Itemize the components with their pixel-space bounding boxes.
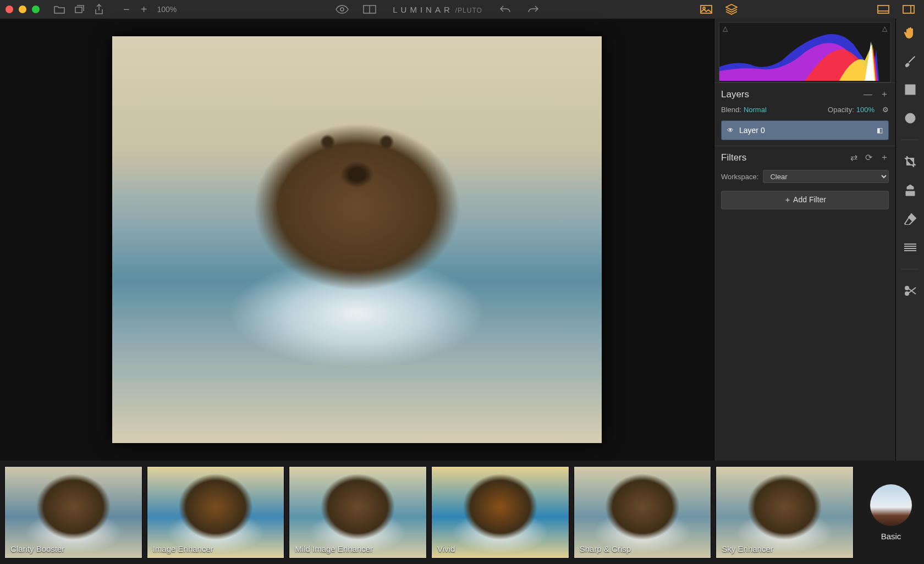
hand-tool[interactable] <box>902 24 919 41</box>
presets-toggle-icon[interactable] <box>700 3 713 16</box>
layer-mask-icon[interactable]: ◧ <box>877 126 883 134</box>
panel-bottom-icon[interactable] <box>877 3 890 16</box>
tool-strip <box>895 19 924 461</box>
preset-sharp-crisp[interactable]: Sharp & Crisp <box>574 466 712 559</box>
svg-rect-9 <box>905 85 915 95</box>
svg-point-12 <box>905 292 909 295</box>
layer-visibility-icon[interactable]: 👁 <box>727 126 734 134</box>
erase-tool[interactable] <box>902 211 919 227</box>
remove-layer-button[interactable]: — <box>864 90 872 99</box>
scissors-tool[interactable] <box>902 283 919 299</box>
filters-panel: Filters ⇄ ⟳ ＋ Workspace: Clear ＋ Add Fil… <box>714 146 895 215</box>
filters-title: Filters <box>721 152 746 163</box>
add-layer-button[interactable]: ＋ <box>880 89 889 100</box>
share-icon[interactable] <box>92 3 106 16</box>
layer-item[interactable]: 👁 Layer 0 ◧ <box>721 120 889 140</box>
preset-category-label: Basic <box>881 532 901 541</box>
preset-image-enhancer[interactable]: Image Enhancer <box>147 466 285 559</box>
add-filter-button[interactable]: ＋ Add Filter <box>721 191 889 209</box>
preset-vivid[interactable]: Vivid <box>431 466 569 559</box>
filters-reset-icon[interactable]: ⟳ <box>865 152 872 163</box>
radial-tool[interactable] <box>902 110 919 126</box>
titlebar: − + 100% LUMINAR/PLUTO <box>0 0 924 19</box>
layers-title: Layers <box>721 89 749 100</box>
denoise-tool[interactable] <box>902 239 919 256</box>
svg-rect-7 <box>903 5 914 13</box>
zoom-controls: − + 100% <box>120 3 179 16</box>
preset-clarity-booster[interactable]: Clarity Booster <box>4 466 142 559</box>
image-canvas[interactable] <box>112 36 602 443</box>
window-close-button[interactable] <box>6 5 13 13</box>
preset-label: Mild Image Enhancer <box>295 544 373 554</box>
layers-toggle-icon[interactable] <box>725 3 738 16</box>
redo-icon[interactable] <box>526 3 540 16</box>
histogram[interactable]: △ △ <box>719 22 891 82</box>
preset-label: Vivid <box>437 544 455 554</box>
brush-tool[interactable] <box>902 53 919 69</box>
zoom-in-button[interactable]: + <box>138 3 151 16</box>
blend-mode-value[interactable]: Normal <box>744 106 767 114</box>
preset-strip: Clarity Booster Image Enhancer Mild Imag… <box>0 461 924 564</box>
blend-label: Blend: <box>721 106 741 114</box>
canvas-area[interactable] <box>0 19 714 461</box>
panel-side-icon[interactable] <box>902 3 915 16</box>
crop-tool[interactable] <box>902 153 919 170</box>
workspace-label: Workspace: <box>721 173 758 181</box>
svg-rect-5 <box>878 5 889 13</box>
svg-point-10 <box>905 113 915 123</box>
preset-label: Sharp & Crisp <box>580 544 631 554</box>
opacity-label: Opacity: <box>828 106 854 114</box>
filters-add-icon[interactable]: ＋ <box>880 152 889 163</box>
preset-label: Clarity Booster <box>10 544 64 554</box>
side-panel: △ △ Layers — ＋ Blend: Normal Opacity: <box>714 19 895 461</box>
preset-sky-enhancer[interactable]: Sky Enhancer <box>716 466 854 559</box>
svg-point-11 <box>905 286 909 290</box>
filters-compare-icon[interactable]: ⇄ <box>850 152 857 163</box>
opacity-value[interactable]: 100% <box>856 106 875 114</box>
preset-label: Image Enhancer <box>153 544 213 554</box>
zoom-out-button[interactable]: − <box>120 3 133 16</box>
compare-split-icon[interactable] <box>363 3 376 16</box>
preset-category-icon <box>870 484 912 526</box>
undo-icon[interactable] <box>499 3 512 16</box>
clone-stamp-tool[interactable] <box>902 182 919 198</box>
svg-point-0 <box>340 8 344 11</box>
open-file-icon[interactable] <box>53 3 66 16</box>
app-title: LUMINAR/PLUTO <box>393 5 482 14</box>
preview-eye-icon[interactable] <box>336 3 349 16</box>
preset-category-button[interactable]: Basic <box>858 466 924 559</box>
window-controls <box>6 5 40 13</box>
workspace-select[interactable]: Clear <box>763 170 889 183</box>
gradient-tool[interactable] <box>902 81 919 98</box>
window-minimize-button[interactable] <box>19 5 26 13</box>
window-maximize-button[interactable] <box>32 5 40 13</box>
layer-settings-icon[interactable]: ⚙ <box>882 106 889 114</box>
layer-name: Layer 0 <box>739 126 765 135</box>
zoom-value[interactable]: 100% <box>155 5 179 14</box>
layers-panel: Layers — ＋ Blend: Normal Opacity: 100% ⚙… <box>714 82 895 146</box>
batch-icon[interactable] <box>73 3 86 16</box>
preset-mild-image-enhancer[interactable]: Mild Image Enhancer <box>289 466 427 559</box>
preset-label: Sky Enhancer <box>722 544 773 554</box>
